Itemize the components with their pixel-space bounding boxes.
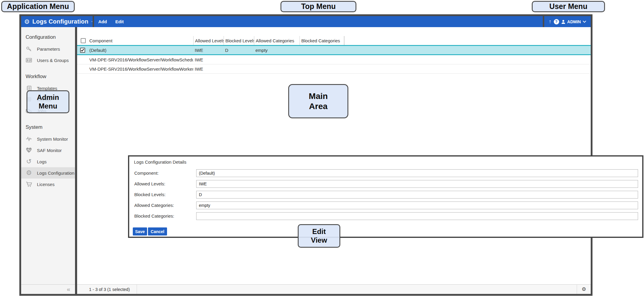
callout-admin-menu: Admin Menu [26, 90, 69, 113]
cell-blocked-categories [300, 55, 344, 64]
allowed-levels-field[interactable] [196, 180, 638, 188]
application-menu-button[interactable]: ⚙ Logs Configuration [21, 16, 93, 27]
sidebar-item-licenses[interactable]: Licenses [21, 179, 75, 190]
checkmark-icon [81, 49, 84, 52]
form-row-blocked-levels: Blocked Levels: [129, 191, 642, 199]
logs-configuration-table: Component Allowed Levels Blocked Levels … [77, 36, 591, 74]
collapse-sidebar-button[interactable]: « [67, 286, 70, 293]
top-menu: Add Edit [94, 16, 124, 27]
footer-divider [137, 285, 137, 294]
status-bar: 1 - 3 of 3 (1 selected) ⚙ [77, 284, 591, 294]
pulse-icon [25, 135, 32, 142]
table-row[interactable]: VM-DPE-SRV2016/WorkflowServer/WorkflowSc… [77, 55, 591, 64]
field-label: Blocked Levels: [134, 192, 166, 197]
admin-menu-sidebar: Configuration Parameters Users & Groups [21, 27, 75, 294]
cell-allowed-levels: IWE [193, 64, 224, 73]
component-field[interactable] [196, 169, 638, 177]
documentation-page: ⚙ Logs Configuration Add Edit ↑ ? ADMIN [0, 0, 644, 296]
cell-blocked-levels [224, 55, 254, 64]
column-header-blocked-categories[interactable]: Blocked Categories [300, 36, 344, 45]
cell-blocked-levels [224, 64, 254, 73]
allowed-categories-field[interactable] [196, 202, 638, 209]
callout-user-menu: User Menu [532, 1, 605, 12]
app-gear-icon: ⚙ [24, 18, 30, 25]
column-header-blocked-levels[interactable]: Blocked Levels [224, 36, 254, 45]
user-menu-area: ↑ ? ADMIN [544, 16, 591, 27]
cell-filler [344, 46, 591, 54]
sidebar-divider [75, 27, 77, 294]
help-icon[interactable]: ? [554, 19, 559, 24]
cell-allowed-levels: IWE [193, 55, 224, 64]
sidebar-item-label: System Monitor [37, 137, 68, 142]
add-button[interactable]: Add [98, 19, 107, 24]
table-row[interactable]: (Default) IWE D empty [77, 45, 591, 55]
top-menu-bar: ⚙ Logs Configuration Add Edit ↑ ? ADMIN [21, 16, 591, 27]
sidebar-item-parameters[interactable]: Parameters [21, 43, 75, 55]
history-icon: ↺ [25, 158, 32, 165]
cell-blocked-categories [300, 46, 344, 54]
cell-filler [344, 55, 591, 64]
sidebar-item-users-groups[interactable]: Users & Groups [21, 55, 75, 66]
user-name: ADMIN [567, 19, 581, 24]
cell-blocked-levels: D [224, 46, 254, 54]
blocked-categories-field[interactable] [196, 212, 638, 220]
callout-label: Menu [39, 102, 57, 110]
form-row-allowed-levels: Allowed Levels: [129, 180, 642, 188]
sidebar-item-label: SAF Monitor [37, 148, 62, 153]
sidebar-section-workflow: Workflow [26, 74, 75, 80]
sidebar-footer: « [21, 284, 75, 294]
row-checkbox-checked[interactable] [80, 48, 85, 53]
callout-main-area: Main Area [288, 84, 348, 118]
callout-label: Main [309, 91, 328, 101]
upload-arrow-icon[interactable]: ↑ [549, 18, 551, 25]
form-row-component: Component: [129, 169, 642, 177]
app-window: ⚙ Logs Configuration Add Edit ↑ ? ADMIN [19, 14, 592, 296]
cart-icon [25, 181, 32, 188]
sidebar-item-label: Users & Groups [37, 58, 69, 63]
sidebar-item-label: Parameters [37, 47, 60, 52]
key-icon [25, 45, 32, 52]
callout-label: Top Menu [301, 2, 336, 11]
header-checkbox-cell [77, 36, 88, 45]
callout-edit-view: Edit View [298, 224, 340, 248]
person-icon [561, 20, 565, 24]
sidebar-nav: Configuration Parameters Users & Groups [21, 27, 75, 284]
sidebar-item-logs-configuration[interactable]: ⚙ Logs Configuration [21, 167, 75, 179]
sidebar-item-system-monitor[interactable]: System Monitor [21, 133, 75, 145]
column-header-allowed-categories[interactable]: Allowed Categories [254, 36, 300, 45]
field-label: Allowed Levels: [134, 181, 165, 186]
save-button[interactable]: Save [133, 227, 147, 235]
cell-component: (Default) [88, 46, 193, 54]
edit-view-panel: Logs Configuration Details Component: Al… [128, 155, 643, 238]
callout-label: User Menu [549, 2, 587, 11]
cancel-button[interactable]: Cancel [148, 227, 167, 235]
callout-top-menu: Top Menu [280, 1, 356, 12]
sidebar-item-logs[interactable]: ↺ Logs [21, 156, 75, 167]
cell-component: VM-DPE-SRV2016/WorkflowServer/WorkflowWo… [88, 64, 193, 73]
column-header-component[interactable]: Component [88, 36, 193, 45]
field-label: Component: [134, 171, 159, 176]
table-settings-gear-icon[interactable]: ⚙ [577, 285, 591, 294]
cell-allowed-categories: empty [254, 46, 300, 54]
blocked-levels-field[interactable] [196, 191, 638, 199]
user-menu-button[interactable]: ADMIN [561, 19, 586, 24]
edit-button[interactable]: Edit [115, 19, 124, 24]
table-header-row: Component Allowed Levels Blocked Levels … [77, 36, 591, 45]
table-row[interactable]: VM-DPE-SRV2016/WorkflowServer/WorkflowWo… [77, 64, 591, 74]
app-title: Logs Configuration [32, 18, 88, 25]
column-header-allowed-levels[interactable]: Allowed Levels [193, 36, 224, 45]
cell-allowed-categories [254, 55, 300, 64]
row-checkbox-cell [77, 46, 88, 54]
chevron-down-icon [583, 21, 586, 23]
cell-allowed-categories [254, 64, 300, 73]
row-checkbox-cell [77, 64, 88, 73]
select-all-checkbox[interactable] [81, 38, 86, 43]
sidebar-section-configuration: Configuration [26, 34, 75, 40]
cell-filler [344, 64, 591, 73]
callout-label: Edit [312, 227, 326, 236]
sidebar-item-saf-monitor[interactable]: SAF Monitor [21, 145, 75, 156]
heart-pulse-icon [25, 147, 32, 154]
record-count-text: 1 - 3 of 3 (1 selected) [89, 287, 137, 292]
gear-icon: ⚙ [25, 169, 32, 176]
id-card-icon [25, 57, 32, 64]
